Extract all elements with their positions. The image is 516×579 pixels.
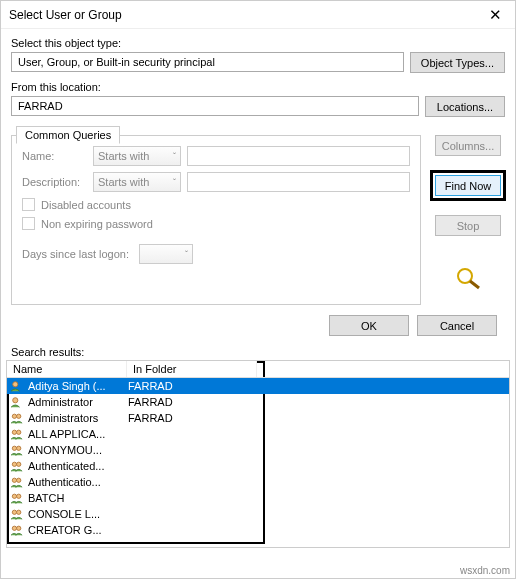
- disabled-accounts-checkbox[interactable]: [22, 198, 35, 211]
- results-row[interactable]: Authenticated...: [7, 458, 509, 474]
- svg-point-9: [17, 446, 21, 450]
- group-icon: [9, 523, 25, 537]
- stop-button[interactable]: Stop: [435, 215, 501, 236]
- results-cell-name: Administrators: [28, 412, 128, 424]
- results-header: Name In Folder: [7, 361, 509, 378]
- location-label: From this location:: [11, 81, 505, 93]
- results-header-folder[interactable]: In Folder: [127, 361, 257, 377]
- svg-point-6: [12, 430, 16, 434]
- close-icon: ✕: [489, 6, 502, 24]
- svg-point-13: [17, 478, 21, 482]
- ok-button[interactable]: OK: [329, 315, 409, 336]
- group-icon: [9, 427, 25, 441]
- common-queries-grid: Name: Starts with ˇ Description: Starts …: [22, 146, 410, 192]
- upper-content: Select this object type: Object Types...…: [1, 29, 515, 340]
- results-row[interactable]: ALL APPLICA...: [7, 426, 509, 442]
- svg-line-1: [470, 281, 479, 288]
- object-type-label: Select this object type:: [11, 37, 505, 49]
- results-cell-name: Aditya Singh (...: [28, 380, 128, 392]
- days-since-label: Days since last logon:: [22, 248, 129, 260]
- disabled-accounts-label: Disabled accounts: [41, 199, 131, 211]
- svg-point-11: [17, 462, 21, 466]
- name-input[interactable]: [187, 146, 410, 166]
- svg-point-14: [12, 494, 16, 498]
- results-row[interactable]: Authenticatio...: [7, 474, 509, 490]
- days-since-row: Days since last logon: ˇ: [22, 244, 410, 264]
- name-label: Name:: [22, 150, 87, 162]
- results-cell-folder: FARRAD: [128, 396, 248, 408]
- days-since-combo[interactable]: ˇ: [139, 244, 193, 264]
- results-row[interactable]: AdministratorFARRAD: [7, 394, 509, 410]
- locations-button[interactable]: Locations...: [425, 96, 505, 117]
- svg-point-17: [17, 510, 21, 514]
- results-row[interactable]: BATCH: [7, 490, 509, 506]
- titlebar: Select User or Group ✕: [1, 1, 515, 29]
- svg-point-16: [12, 510, 16, 514]
- results-cell-name: CONSOLE L...: [28, 508, 128, 520]
- results-cell-folder: FARRAD: [128, 412, 248, 424]
- results-cell-name: CREATOR G...: [28, 524, 128, 536]
- find-now-highlight: Find Now: [430, 170, 506, 201]
- user-icon: [9, 379, 25, 393]
- watermark: wsxdn.com: [460, 565, 510, 576]
- magnifier-icon: [453, 266, 483, 292]
- find-now-button[interactable]: Find Now: [435, 175, 501, 196]
- non-expiring-row: Non expiring password: [22, 217, 410, 230]
- chevron-down-icon: ˇ: [173, 177, 176, 187]
- results-row[interactable]: CONSOLE L...: [7, 506, 509, 522]
- description-label: Description:: [22, 176, 87, 188]
- common-queries-panel: Common Queries Name: Starts with ˇ Descr…: [11, 135, 421, 305]
- svg-point-3: [13, 398, 18, 403]
- results-cell-name: Administrator: [28, 396, 128, 408]
- chevron-down-icon: ˇ: [173, 151, 176, 161]
- svg-point-4: [12, 414, 16, 418]
- description-input[interactable]: [187, 172, 410, 192]
- group-icon: [9, 491, 25, 505]
- object-type-row: Object Types...: [11, 52, 505, 73]
- results-cell-name: Authenticated...: [28, 460, 128, 472]
- non-expiring-checkbox[interactable]: [22, 217, 35, 230]
- svg-point-8: [12, 446, 16, 450]
- disabled-accounts-row: Disabled accounts: [22, 198, 410, 211]
- description-mode-value: Starts with: [98, 176, 149, 188]
- svg-point-15: [17, 494, 21, 498]
- description-mode-combo[interactable]: Starts with ˇ: [93, 172, 181, 192]
- object-types-button[interactable]: Object Types...: [410, 52, 505, 73]
- dialog-buttons-row: OK Cancel: [11, 315, 505, 336]
- svg-point-12: [12, 478, 16, 482]
- svg-point-7: [17, 430, 21, 434]
- object-type-field[interactable]: [11, 52, 404, 72]
- results-row[interactable]: Aditya Singh (...FARRAD: [7, 378, 509, 394]
- group-icon: [9, 411, 25, 425]
- group-icon: [9, 459, 25, 473]
- results-row[interactable]: ANONYMOU...: [7, 442, 509, 458]
- results-cell-name: ALL APPLICA...: [28, 428, 128, 440]
- user-icon: [9, 395, 25, 409]
- svg-point-10: [12, 462, 16, 466]
- svg-point-19: [17, 526, 21, 530]
- results-row[interactable]: CREATOR G...: [7, 522, 509, 538]
- results-header-name[interactable]: Name: [7, 361, 127, 377]
- columns-button[interactable]: Columns...: [435, 135, 501, 156]
- group-icon: [9, 475, 25, 489]
- svg-point-0: [458, 269, 472, 283]
- search-results-label: Search results:: [11, 346, 515, 358]
- non-expiring-label: Non expiring password: [41, 218, 153, 230]
- window-title: Select User or Group: [9, 8, 475, 22]
- results-cell-folder: FARRAD: [128, 380, 248, 392]
- results-cell-name: BATCH: [28, 492, 128, 504]
- svg-point-18: [12, 526, 16, 530]
- name-mode-combo[interactable]: Starts with ˇ: [93, 146, 181, 166]
- close-button[interactable]: ✕: [475, 1, 515, 29]
- location-row: Locations...: [11, 96, 505, 117]
- results-list[interactable]: Name In Folder Aditya Singh (...FARRADAd…: [7, 361, 509, 538]
- cancel-button[interactable]: Cancel: [417, 315, 497, 336]
- location-field[interactable]: [11, 96, 419, 116]
- common-queries-tab[interactable]: Common Queries: [16, 126, 120, 144]
- results-row[interactable]: AdministratorsFARRAD: [7, 410, 509, 426]
- svg-point-5: [17, 414, 21, 418]
- group-icon: [9, 507, 25, 521]
- chevron-down-icon: ˇ: [185, 249, 188, 259]
- name-mode-value: Starts with: [98, 150, 149, 162]
- side-button-column: Columns... Find Now Stop: [431, 125, 505, 292]
